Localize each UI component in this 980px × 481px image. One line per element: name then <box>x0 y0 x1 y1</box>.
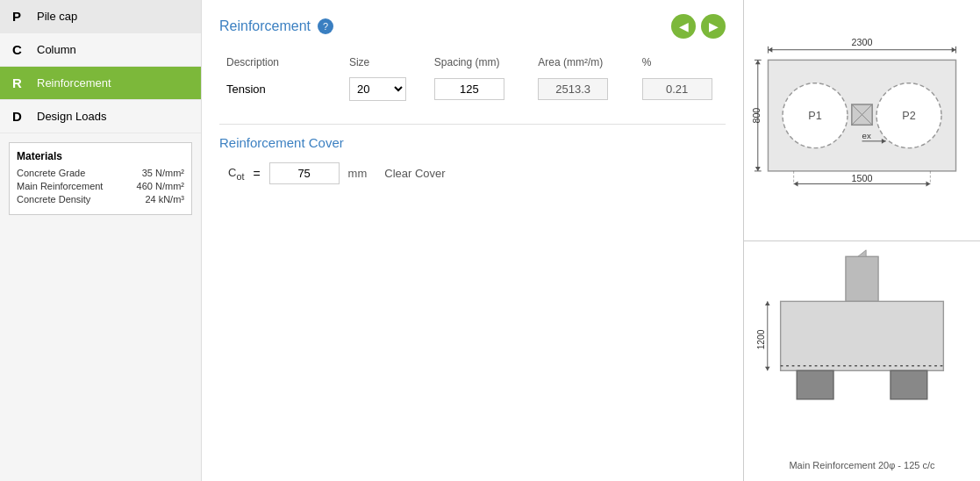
svg-marker-26 <box>926 182 930 187</box>
svg-marker-38 <box>765 366 770 370</box>
top-diagram-box: 2300 800 P1 P2 ex <box>744 0 980 241</box>
area-input <box>538 78 608 100</box>
top-diagram-svg: 2300 800 P1 P2 ex <box>751 34 973 205</box>
cover-row: Cot = mm Clear Cover <box>228 162 726 184</box>
nav-back-button[interactable]: ◀ <box>671 14 696 39</box>
sidebar-item-column[interactable]: C Column <box>0 33 201 67</box>
sidebar-label-pile-cap: Pile cap <box>37 10 77 23</box>
materials-title: Materials <box>17 150 184 162</box>
td-size[interactable]: 20 16 25 <box>342 72 427 106</box>
materials-box: Materials Concrete Grade 35 N/mm² Main R… <box>9 142 192 215</box>
svg-text:1200: 1200 <box>756 329 766 349</box>
bottom-diagram-wrap: 1200 Main Reinforcement 20φ - 125 c/c <box>751 248 973 475</box>
sidebar-letter-c: C <box>12 42 30 57</box>
materials-row-concrete-grade: Concrete Grade 35 N/mm² <box>17 168 184 178</box>
sidebar-item-design-loads[interactable]: D Design Loads <box>0 100 201 133</box>
th-spacing: Spacing (mm) <box>427 53 531 72</box>
svg-marker-11 <box>755 61 761 65</box>
svg-rect-32 <box>781 301 944 370</box>
cot-sub: ot <box>236 171 244 182</box>
th-percent: % <box>635 53 726 72</box>
th-size: Size <box>342 53 427 72</box>
svg-marker-31 <box>858 249 866 255</box>
section-title: Reinforcement <box>219 18 311 34</box>
sidebar-letter-p: P <box>12 9 30 24</box>
sidebar-item-reinforcement[interactable]: R Reinforcement <box>0 67 201 100</box>
spacing-input[interactable] <box>434 78 504 100</box>
materials-row-concrete-density: Concrete Density 24 kN/m³ <box>17 194 184 205</box>
svg-text:ex: ex <box>862 131 871 140</box>
bottom-diagram-box: 1200 Main Reinforcement 20φ - 125 c/c <box>744 241 980 482</box>
main-rein-label: Main Reinforcement <box>17 181 103 191</box>
nav-forward-button[interactable]: ▶ <box>701 14 726 39</box>
svg-marker-25 <box>794 182 798 187</box>
svg-rect-34 <box>797 370 833 399</box>
cover-description: Clear Cover <box>384 167 445 180</box>
main-content: Reinforcement ? ◀ ▶ Description Size Spa… <box>202 0 743 481</box>
concrete-density-label: Concrete Density <box>17 194 90 205</box>
th-area: Area (mm²/m) <box>531 53 634 72</box>
concrete-grade-value: 35 N/mm² <box>142 168 184 178</box>
section-header: Reinforcement ? ◀ ▶ <box>219 14 726 39</box>
td-spacing[interactable] <box>427 72 531 106</box>
svg-marker-37 <box>765 301 770 305</box>
diagrams-panel: 2300 800 P1 P2 ex <box>743 0 980 481</box>
equals-sign: = <box>253 167 260 181</box>
help-icon[interactable]: ? <box>318 18 333 34</box>
table-row: Tension 20 16 25 <box>219 72 726 106</box>
td-area <box>531 72 634 106</box>
td-description: Tension <box>219 72 342 106</box>
reinforcement-table: Description Size Spacing (mm) Area (mm²/… <box>219 53 726 106</box>
nav-arrows: ◀ ▶ <box>671 14 726 39</box>
concrete-grade-label: Concrete Grade <box>17 168 85 178</box>
svg-rect-35 <box>891 370 927 399</box>
bottom-diagram-caption: Main Reinforcement 20φ - 125 c/c <box>789 460 934 470</box>
cot-label: Cot <box>228 166 244 182</box>
bottom-diagram-svg: 1200 <box>750 248 974 420</box>
sidebar: P Pile cap C Column R Reinforcement D De… <box>0 0 202 481</box>
svg-text:2300: 2300 <box>852 37 873 47</box>
svg-marker-7 <box>952 47 956 53</box>
cover-unit: mm <box>348 167 368 180</box>
svg-text:P2: P2 <box>902 110 915 122</box>
sidebar-letter-r: R <box>12 75 30 90</box>
sidebar-label-reinforcement: Reinforcement <box>37 76 111 90</box>
concrete-density-value: 24 kN/m³ <box>145 194 184 205</box>
size-select[interactable]: 20 16 25 <box>349 77 406 101</box>
svg-marker-6 <box>768 47 772 53</box>
sidebar-letter-d: D <box>12 109 30 124</box>
percent-input <box>642 78 712 100</box>
svg-text:P1: P1 <box>808 110 821 122</box>
svg-rect-30 <box>846 256 878 301</box>
svg-marker-12 <box>755 167 761 171</box>
header-left: Reinforcement ? <box>219 18 333 34</box>
main-rein-value: 460 N/mm² <box>137 181 184 191</box>
materials-row-main-rein: Main Reinforcement 460 N/mm² <box>17 181 184 191</box>
cover-section-title: Reinforcement Cover <box>219 124 726 150</box>
svg-text:1500: 1500 <box>852 173 873 183</box>
sidebar-label-design-loads: Design Loads <box>37 110 107 123</box>
sidebar-item-pile-cap[interactable]: P Pile cap <box>0 0 201 33</box>
sidebar-label-column: Column <box>37 43 76 56</box>
th-description: Description <box>219 53 342 72</box>
td-percent <box>635 72 726 106</box>
svg-text:800: 800 <box>751 108 762 124</box>
cover-value-input[interactable] <box>269 162 340 184</box>
